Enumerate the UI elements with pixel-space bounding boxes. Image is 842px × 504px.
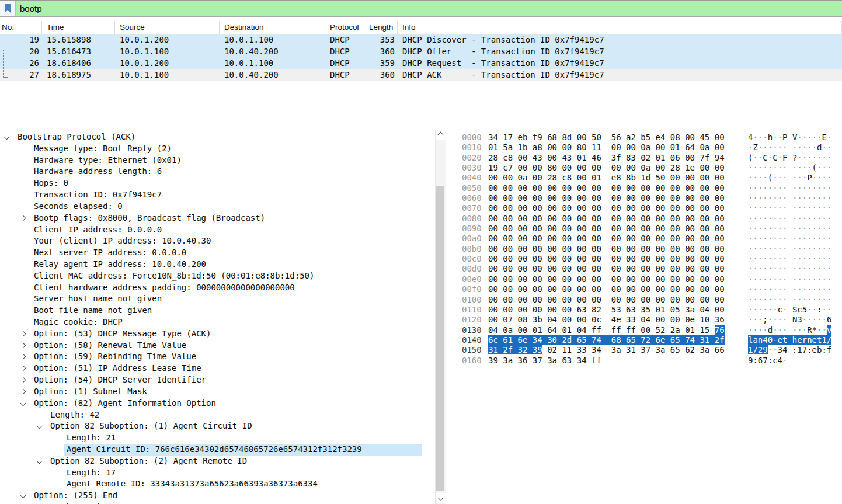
column-header-time[interactable]: Time: [42, 21, 115, 34]
tree-item[interactable]: Option 82 Suboption: (1) Agent Circuit I…: [0, 420, 436, 432]
hex-row-0010[interactable]: 001001 5a 1b a8 00 00 80 11 00 00 0a 00 …: [455, 142, 842, 152]
hex-row-00c0[interactable]: 00c000 00 00 00 00 00 00 00 00 00 00 00 …: [455, 254, 842, 264]
chevron-right-icon[interactable]: [20, 366, 26, 371]
chevron-right-icon[interactable]: [20, 331, 26, 336]
tree-item[interactable]: Hops: 0: [0, 178, 436, 189]
tree-item-label: Agent Circuit ID: 766c616e34302d65746865…: [67, 444, 362, 454]
column-header-info[interactable]: Info: [398, 21, 842, 34]
tree-item[interactable]: Option: (53) DHCP Message Type (ACK): [0, 328, 436, 340]
chevron-right-icon[interactable]: [20, 342, 26, 348]
tree-item[interactable]: Seconds elapsed: 0: [0, 201, 436, 213]
tree-item[interactable]: Your (client) IP address: 10.0.40.30: [0, 235, 436, 247]
scrollbar-thumb[interactable]: [436, 186, 444, 491]
hex-row-0120[interactable]: 012000 07 08 3b 04 00 00 0c 4e 33 04 00 …: [455, 315, 842, 325]
tree-item[interactable]: Magic cookie: DHCP: [0, 317, 436, 328]
chevron-right-icon[interactable]: [20, 354, 26, 360]
hex-row-0150[interactable]: 015031 2f 32 39 02 11 33 34 3a 31 37 3a …: [455, 345, 842, 355]
scroll-up-button[interactable]: [436, 130, 446, 140]
tree-item[interactable]: Option: (58) Renewal Time Value: [0, 340, 436, 352]
chevron-down-icon[interactable]: [4, 134, 10, 140]
tree-item[interactable]: Bootstrap Protocol (ACK): [0, 131, 436, 143]
tree-item[interactable]: Option: (255) End: [0, 490, 436, 502]
display-filter-input[interactable]: bootp: [16, 1, 842, 16]
chevron-down-icon[interactable]: [20, 400, 26, 406]
tree-item-label: Client IP address: 0.0.0.0: [34, 225, 162, 234]
scroll-down-button[interactable]: [436, 493, 446, 503]
column-header-destination[interactable]: Destination: [220, 21, 325, 34]
tree-item-label: Option 82 Suboption: (1) Agent Circuit I…: [50, 421, 252, 430]
tree-item[interactable]: Length: 42: [0, 409, 436, 421]
cell-protocol: DHCP: [325, 46, 364, 57]
hex-row-00f0[interactable]: 00f000 00 00 00 00 00 00 00 00 00 00 00 …: [455, 284, 842, 294]
packet-row-27[interactable]: 2718.61897510.0.1.10010.0.40.200DHCP360D…: [0, 69, 842, 81]
hex-row-0020[interactable]: 002028 c8 00 43 00 43 01 46 3f 83 02 01 …: [455, 153, 842, 163]
tree-item[interactable]: Length: 17: [0, 467, 436, 479]
filter-bookmark-button[interactable]: [0, 1, 16, 16]
chevron-right-icon[interactable]: [20, 388, 26, 394]
pane-splitter[interactable]: [0, 127, 842, 127]
hex-row-00b0[interactable]: 00b000 00 00 00 00 00 00 00 00 00 00 00 …: [455, 244, 842, 254]
tree-item[interactable]: Length: 21: [0, 432, 436, 444]
tree-item[interactable]: Server host name not given: [0, 293, 436, 305]
hex-row-00a0[interactable]: 00a000 00 00 00 00 00 00 00 00 00 00 00 …: [455, 234, 842, 244]
tree-item[interactable]: Option: (54) DHCP Server Identifier: [0, 374, 436, 386]
hex-bytes: 19 c7 00 00 80 00 00 00 00 00 0a 00 28 1…: [488, 163, 725, 173]
tree-item[interactable]: Relay agent IP address: 10.0.40.200: [0, 259, 436, 270]
packet-row-19[interactable]: 1915.61589810.0.1.20010.0.1.100DHCP353DH…: [0, 34, 842, 46]
hex-row-0090[interactable]: 009000 00 00 00 00 00 00 00 00 00 00 00 …: [455, 224, 842, 234]
tree-item[interactable]: Boot file name not given: [0, 305, 436, 317]
hex-offset: 0070: [462, 203, 482, 213]
chevron-down-icon[interactable]: [37, 423, 43, 429]
protocol-tree: Bootstrap Protocol (ACK)Message type: Bo…: [0, 131, 436, 504]
hex-row-0030[interactable]: 003019 c7 00 00 80 00 00 00 00 00 0a 00 …: [455, 163, 842, 173]
chevron-down-icon[interactable]: [37, 458, 43, 464]
hex-row-0070[interactable]: 007000 00 00 00 00 00 00 00 00 00 00 00 …: [455, 203, 842, 213]
hex-row-00d0[interactable]: 00d000 00 00 00 00 00 00 00 00 00 00 00 …: [455, 264, 842, 274]
tree-item[interactable]: Option 82 Suboption: (2) Agent Remote ID: [0, 456, 436, 467]
tree-item[interactable]: Next server IP address: 0.0.0.0: [0, 247, 436, 259]
tree-item[interactable]: Option: (1) Subnet Mask: [0, 386, 436, 398]
tree-item[interactable]: Agent Circuit ID: 766c616e34302d65746865…: [0, 444, 436, 456]
cell-time: 15.615898: [42, 34, 115, 46]
packet-row-20[interactable]: 2015.61647310.0.1.10010.0.40.200DHCP360D…: [0, 46, 842, 57]
tree-item[interactable]: Option End: 255: [0, 502, 436, 504]
hex-row-0000[interactable]: 000034 17 eb f9 68 8d 00 50 56 a2 b5 e4 …: [455, 133, 842, 142]
tree-item[interactable]: Bootp flags: 0x8000, Broadcast flag (Bro…: [0, 213, 436, 224]
hex-row-0040[interactable]: 004000 00 0a 00 28 c8 00 01 e8 8b 1d 50 …: [455, 173, 842, 183]
tree-item[interactable]: Client hardware address padding: 0000000…: [0, 282, 436, 294]
tree-item[interactable]: Agent Remote ID: 33343a31373a65623a66393…: [0, 478, 436, 490]
details-scrollbar[interactable]: [435, 130, 446, 504]
tree-item-label: Server host name not given: [34, 294, 162, 303]
tree-item[interactable]: Message type: Boot Reply (2): [0, 143, 436, 155]
hex-row-00e0[interactable]: 00e000 00 00 00 00 00 00 00 00 00 00 00 …: [455, 274, 842, 284]
column-header-no[interactable]: No.: [0, 21, 42, 34]
tree-item-label: Option: (255) End: [34, 491, 117, 500]
tree-item[interactable]: Hardware address length: 6: [0, 166, 436, 178]
tree-item[interactable]: Client IP address: 0.0.0.0: [0, 224, 436, 236]
tree-item[interactable]: Option: (51) IP Address Lease Time: [0, 363, 436, 374]
cell-protocol: DHCP: [325, 34, 364, 46]
tree-item[interactable]: Hardware type: Ethernet (0x01): [0, 155, 436, 166]
hex-row-0050[interactable]: 005000 00 00 00 00 00 00 00 00 00 00 00 …: [455, 183, 842, 193]
hex-row-0100[interactable]: 010000 00 00 00 00 00 00 00 00 00 00 00 …: [455, 295, 842, 305]
hex-row-0160[interactable]: 016039 3a 36 37 3a 63 34 ff9:67:c4·: [455, 356, 842, 366]
tree-item[interactable]: Option: (59) Rebinding Time Value: [0, 351, 436, 363]
display-filter-toolbar: bootp: [0, 0, 842, 17]
packet-row-26[interactable]: 2618.61840610.0.1.20010.0.1.100DHCP359DH…: [0, 57, 842, 69]
hex-row-0110[interactable]: 011000 00 00 00 00 00 63 82 53 63 35 01 …: [455, 305, 842, 315]
chevron-right-icon[interactable]: [20, 377, 26, 383]
hex-bytes: 00 00 00 00 00 00 00 00 00 00 00 00 00 0…: [488, 203, 725, 213]
hex-row-0080[interactable]: 008000 00 00 00 00 00 00 00 00 00 00 00 …: [455, 214, 842, 224]
chevron-down-icon[interactable]: [20, 493, 26, 499]
tree-item[interactable]: Option: (82) Agent Information Option: [0, 398, 436, 409]
hex-offset: 0030: [462, 163, 482, 173]
column-header-source[interactable]: Source: [115, 21, 220, 34]
column-header-length[interactable]: Length: [364, 21, 398, 34]
tree-item[interactable]: Transaction ID: 0x7f9419c7: [0, 189, 436, 201]
hex-row-0060[interactable]: 006000 00 00 00 00 00 00 00 00 00 00 00 …: [455, 193, 842, 203]
hex-row-0130[interactable]: 013004 0a 00 01 64 01 04 ff ff ff 00 52 …: [455, 325, 842, 335]
column-header-protocol[interactable]: Protocol: [325, 21, 364, 34]
tree-item[interactable]: Client MAC address: Force10N_8b:1d:50 (0…: [0, 270, 436, 282]
chevron-right-icon[interactable]: [20, 215, 26, 221]
hex-row-0140[interactable]: 01406c 61 6e 34 30 2d 65 74 68 65 72 6e …: [455, 335, 842, 345]
